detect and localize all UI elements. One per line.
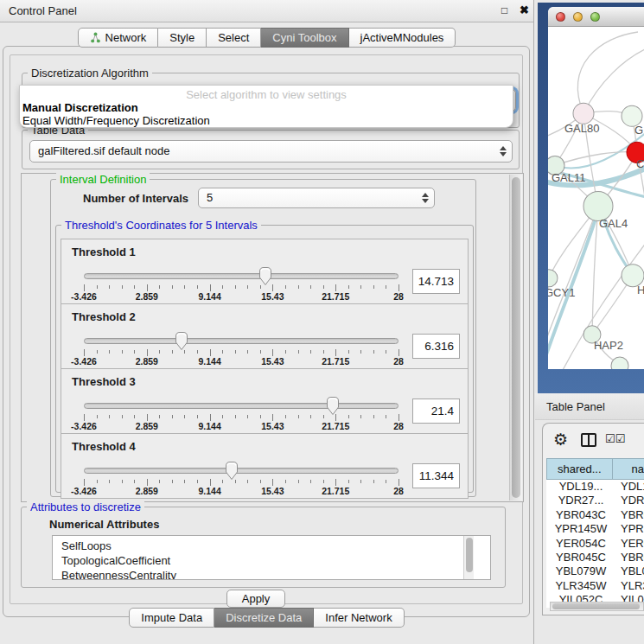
attribute-item-betweennesscentrality[interactable]: BetweennessCentrality: [61, 568, 490, 580]
tick-mark: [109, 480, 110, 483]
table-cell[interactable]: YBR0: [615, 551, 644, 564]
attributes-group: Attributes to discretize Numerical Attri…: [21, 507, 506, 588]
slider-track[interactable]: [84, 403, 399, 409]
network-edge[interactable]: [583, 49, 644, 113]
threshold-value-field[interactable]: [412, 399, 460, 424]
threshold-value-field[interactable]: [412, 334, 460, 359]
attribute-item-topologicalcoefficient[interactable]: TopologicalCoefficient: [61, 553, 490, 568]
number-of-intervals-combobox[interactable]: 5: [198, 188, 435, 208]
tab-cyni-toolbox[interactable]: Cyni Toolbox: [261, 28, 348, 48]
network-node[interactable]: [611, 357, 628, 369]
threshold-slider[interactable]: -3.4262.8599.14415.4321.71528: [84, 462, 399, 498]
scrollbar-thumb[interactable]: [512, 177, 520, 498]
minimize-traffic-light-icon[interactable]: [573, 12, 583, 22]
columns-icon[interactable]: [581, 433, 596, 447]
scrollbar-thumb[interactable]: [552, 603, 640, 609]
table-panel-title: Table Panel: [546, 400, 605, 413]
tick-mark: [310, 480, 311, 483]
table-cell[interactable]: YDR2: [615, 494, 644, 507]
tab-network[interactable]: Network: [78, 28, 159, 48]
tab-discretize-data[interactable]: Discretize Data: [214, 608, 314, 628]
gear-icon[interactable]: ⚙: [553, 430, 568, 450]
network-node-gcy1[interactable]: [548, 270, 558, 287]
thresholds-group: Threshold's Coordinates for 5 Intervals …: [55, 225, 474, 493]
tick-label: 2.859: [136, 486, 158, 496]
threshold-slider[interactable]: -3.4262.8599.14415.4321.71528: [84, 397, 399, 433]
checkboxes-icon[interactable]: ☑☑: [605, 432, 625, 445]
node-label: GAL11: [552, 171, 585, 184]
tab-impute-data[interactable]: Impute Data: [129, 608, 214, 628]
table-row[interactable]: YPR145WYPR1: [546, 522, 644, 536]
table-cell[interactable]: YER054C: [546, 537, 615, 551]
slider-track[interactable]: [84, 468, 399, 474]
algorithm-dropdown-popup: Select algorithm to view settings Manual…: [19, 85, 513, 128]
table-cell[interactable]: YBR0: [615, 508, 644, 522]
group-title-thresholds: Threshold's Coordinates for 5 Intervals: [61, 219, 261, 232]
table-cell[interactable]: YPR145W: [546, 522, 615, 536]
threshold-value-field[interactable]: [412, 269, 460, 294]
zoom-traffic-light-icon[interactable]: [590, 12, 600, 22]
table-data-combobox[interactable]: galFiltered.sif default node: [29, 140, 513, 163]
table-data-value: galFiltered.sif default node: [38, 144, 169, 157]
tick-mark: [260, 285, 261, 289]
table-cell[interactable]: YLR3: [615, 579, 644, 593]
tick-mark: [310, 350, 311, 354]
table-cell[interactable]: YDL1: [615, 480, 644, 494]
table-cell[interactable]: YER0: [615, 537, 644, 551]
attribute-item-selfloops[interactable]: SelfLoops: [61, 539, 490, 553]
table-row[interactable]: YDL19...YDL1: [546, 480, 644, 494]
slider-track[interactable]: [84, 273, 399, 279]
combo-arrows-icon: [500, 146, 506, 156]
table-row[interactable]: YBR045CYBR0: [546, 551, 644, 564]
numerical-attributes-list[interactable]: SelfLoopsTopologicalCoefficientBetweenne…: [52, 535, 491, 580]
scrollbar-thumb[interactable]: [466, 538, 473, 572]
slider-track[interactable]: [84, 338, 399, 344]
tab-jactivemnodules[interactable]: jActiveMNodules: [349, 28, 456, 48]
tab-select[interactable]: Select: [207, 28, 261, 48]
tick-label: 2.859: [136, 291, 158, 302]
tab-style[interactable]: Style: [158, 28, 207, 48]
network-canvas[interactable]: GAL80GCGAL11GAL4GCY1HHAP2: [548, 27, 644, 369]
slider-tick-labels: -3.4262.8599.14415.4321.71528: [84, 486, 399, 497]
tick-mark: [97, 350, 98, 354]
network-window-frame: GAL80GCGAL11GAL4GCY1HHAP2: [538, 3, 644, 393]
table-cell[interactable]: YDL19...: [546, 480, 615, 494]
network-edge[interactable]: [577, 32, 638, 113]
network-node-gal80[interactable]: [573, 103, 594, 124]
column-header-shared-[interactable]: shared...: [546, 458, 612, 480]
table-row[interactable]: YLR345WYLR3: [546, 579, 644, 593]
control-panel: Control Panel □ ✖ NetworkStyleSelectCyni…: [0, 0, 534, 644]
popup-item-manual-discretization[interactable]: Manual Discretization: [22, 101, 138, 114]
table-cell[interactable]: YBL079W: [546, 564, 615, 578]
threshold-slider[interactable]: -3.4262.8599.14415.4321.71528: [84, 267, 399, 303]
threshold-panel: Threshold 4 -3.4262.8599.14415.4321.7152…: [61, 433, 469, 499]
attributes-scrollbar[interactable]: [463, 536, 474, 579]
float-window-icon[interactable]: □: [499, 5, 510, 16]
table-cell[interactable]: YLR345W: [546, 579, 615, 593]
table-row[interactable]: YDR27...YDR2: [546, 494, 644, 507]
table-cell[interactable]: YBR043C: [546, 508, 615, 522]
close-icon[interactable]: ✖: [518, 3, 531, 17]
table-cell[interactable]: YDR27...: [546, 494, 615, 507]
tick-label: -3.426: [71, 486, 97, 496]
tab-infer-network[interactable]: Infer Network: [314, 608, 404, 628]
popup-item-equal-width-frequency[interactable]: Equal Width/Frequency Discretization: [22, 114, 210, 127]
vertical-scrollbar[interactable]: [509, 175, 522, 501]
table-row[interactable]: YBR043CYBR0: [546, 508, 644, 522]
thresholds-container: Threshold 1 -3.4262.8599.14415.4321.7152…: [56, 239, 473, 499]
table-cell[interactable]: YPR1: [615, 522, 644, 536]
apply-button[interactable]: Apply: [226, 590, 285, 608]
tick-mark: [159, 415, 160, 418]
tick-mark: [360, 415, 361, 418]
threshold-slider[interactable]: -3.4262.8599.14415.4321.71528: [84, 332, 399, 368]
horizontal-scrollbar[interactable]: [550, 602, 644, 611]
table-row[interactable]: YER054CYER0: [546, 537, 644, 551]
threshold-value-field[interactable]: [412, 463, 460, 488]
column-header-na[interactable]: na: [612, 458, 644, 480]
tick-mark: [122, 285, 123, 289]
table-row[interactable]: YBL079WYBL0: [546, 564, 644, 578]
table-cell[interactable]: YBR045C: [546, 551, 615, 564]
tick-mark: [298, 350, 299, 354]
close-traffic-light-icon[interactable]: [556, 12, 565, 22]
table-cell[interactable]: YBL0: [615, 564, 644, 578]
